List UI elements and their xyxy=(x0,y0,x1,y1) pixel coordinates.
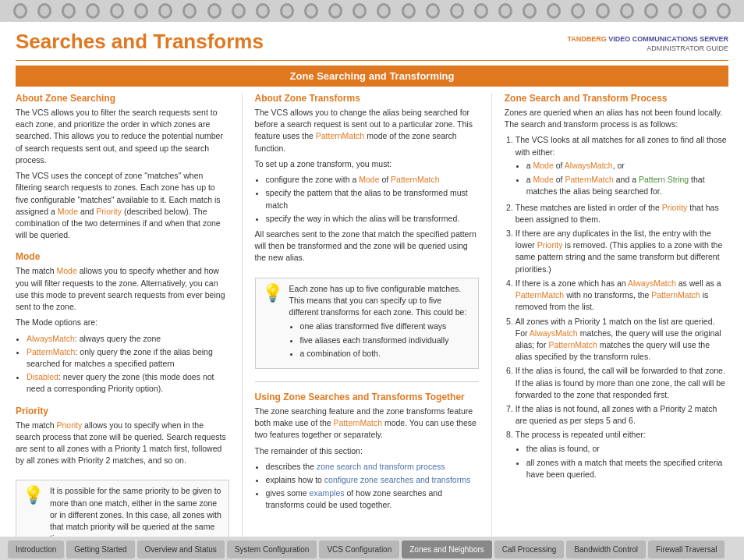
spiral-ring xyxy=(450,3,464,19)
page-header: Searches and Transforms TANDBERG VIDEO C… xyxy=(0,22,744,60)
spiral-ring xyxy=(232,3,246,19)
transforms-p3: All searches sent to the zone that match… xyxy=(255,229,479,264)
spiral-ring xyxy=(644,3,658,19)
zone-searching-p1: The VCS allows you to filter the search … xyxy=(16,107,229,166)
mode-p1: The match Mode allows you to specify whe… xyxy=(16,265,229,313)
spiral-ring xyxy=(182,3,197,19)
process-heading: Zone Search and Transform Process xyxy=(505,93,728,104)
spiral-ring xyxy=(426,3,440,19)
spiral-ring xyxy=(328,3,342,19)
nav-tabs: Introduction Getting Started Overview an… xyxy=(8,541,736,561)
tip-text-2: Each zone has up to five configurable ma… xyxy=(289,283,472,363)
spiral-ring xyxy=(474,3,488,19)
spiral-ring xyxy=(110,3,124,19)
process-intro: Zones are queried when an alias has not … xyxy=(505,107,728,130)
step1-bullets: a Mode of AlwaysMatch, or a Mode of Patt… xyxy=(526,160,728,198)
transforms-setup-list: configure the zone with a Mode of Patter… xyxy=(266,174,479,225)
col-divider-1 xyxy=(242,93,243,537)
tab-firewall-traversal[interactable]: Firewall Traversal xyxy=(648,541,725,558)
spiral-ring xyxy=(547,3,561,19)
spiral-binding xyxy=(0,0,744,22)
step-5: All zones with a Priority 1 match on the… xyxy=(515,316,728,363)
mode-section: Mode The match Mode allows you to specif… xyxy=(16,251,229,399)
spiral-ring xyxy=(717,3,731,19)
spiral-ring xyxy=(158,3,172,19)
bottom-nav: Introduction Getting Started Overview an… xyxy=(0,537,744,560)
using-together-section: Using Zone Searches and Transforms Toget… xyxy=(255,392,479,516)
transforms-p1: The VCS allows you to change the alias b… xyxy=(255,107,479,154)
priority-p1: The match Priority allows you to specify… xyxy=(16,420,229,467)
left-column: About Zone Searching The VCS allows you … xyxy=(16,93,229,537)
spiral-ring xyxy=(13,3,27,19)
mode-item-pattern: PatternMatch: only query the zone if the… xyxy=(27,346,229,370)
page-title: Searches and Transforms xyxy=(16,30,264,54)
mode-p2: The Mode options are: xyxy=(16,317,229,328)
using-together-p2: The remainder of this section: xyxy=(255,445,479,457)
col-divider-2 xyxy=(491,93,492,537)
mode-item-disabled: Disabled: never query the zone (this mod… xyxy=(27,371,229,395)
about-transforms-heading: About Zone Transforms xyxy=(255,93,479,104)
configure-link[interactable]: configure zone searches and transforms xyxy=(324,475,470,484)
mode-heading: Mode xyxy=(16,251,229,262)
step1-bullet-2: a Mode of PatternMatch and a Pattern Str… xyxy=(526,174,728,197)
tip2-list: one alias transformed five different way… xyxy=(300,321,472,360)
transform-item-2: specify the pattern that the alias to be… xyxy=(266,187,479,211)
tab-vcs-config[interactable]: VCS Configuration xyxy=(319,541,399,558)
remainder-list: describes the zone search and transform … xyxy=(266,461,479,512)
header-logo-area: TANDBERG VIDEO COMMUNICATIONS SERVER ADM… xyxy=(567,34,728,54)
tab-call-processing[interactable]: Call Processing xyxy=(494,541,564,558)
spiral-ring xyxy=(596,3,610,19)
spiral-ring xyxy=(86,3,100,19)
mid-divider xyxy=(255,381,479,382)
tip-text-1: It is possible for the same priority to … xyxy=(50,485,222,537)
tab-overview-status[interactable]: Overview and Status xyxy=(137,541,225,558)
tip-box-2: 💡 Each zone has up to five configurable … xyxy=(255,278,479,369)
tip-icon-2: 💡 xyxy=(262,283,283,363)
tab-getting-started[interactable]: Getting Started xyxy=(66,541,134,558)
spiral-ring xyxy=(37,3,51,19)
step8-bullet-1: the alias is found, or xyxy=(526,443,728,455)
about-zone-searching-heading: About Zone Searching xyxy=(16,93,229,104)
spiral-ring xyxy=(377,3,391,19)
step8-bullet-2: all zones with a match that meets the sp… xyxy=(526,457,728,480)
tab-zones-neighbors[interactable]: Zones and Neighbors xyxy=(402,541,492,558)
tip2-item-3: a combination of both. xyxy=(300,348,472,360)
tip2-item-1: one alias transformed five different way… xyxy=(300,321,472,332)
section-banner: Zone Searching and Transforming xyxy=(16,66,728,87)
step-8: The process is repeated until either: th… xyxy=(515,429,728,480)
step-2: These matches are listed in order of the… xyxy=(515,202,728,225)
process-section: Zone Search and Transform Process Zones … xyxy=(505,93,728,484)
tab-introduction[interactable]: Introduction xyxy=(8,541,64,558)
spiral-ring xyxy=(620,3,634,19)
spiral-ring xyxy=(693,3,707,19)
step1-bullet-1: a Mode of AlwaysMatch, or xyxy=(526,160,728,172)
zone-process-link[interactable]: zone search and transform process xyxy=(317,462,445,471)
examples-link[interactable]: examples xyxy=(310,488,345,498)
tip-box-1: 💡 It is possible for the same priority t… xyxy=(16,480,229,537)
tab-system-config[interactable]: System Configuration xyxy=(227,541,317,558)
tab-bandwidth-control[interactable]: Bandwidth Control xyxy=(566,541,646,558)
spiral-ring xyxy=(353,3,367,19)
about-transforms-section: About Zone Transforms The VCS allows you… xyxy=(255,93,479,268)
remainder-item-2: explains how to configure zone searches … xyxy=(266,474,479,486)
product-name: VIDEO COMMUNICATIONS SERVER xyxy=(608,35,728,43)
tip-icon-1: 💡 xyxy=(23,485,44,537)
spiral-ring xyxy=(62,3,76,19)
tip2-item-2: five aliases each transformed individual… xyxy=(300,335,472,346)
remainder-item-1: describes the zone search and transform … xyxy=(266,461,479,473)
step-1: The VCS looks at all matches for all zon… xyxy=(515,134,728,197)
header-divider xyxy=(16,60,728,61)
using-together-p1: The zone searching feature and the zone … xyxy=(255,406,479,441)
mid-column: About Zone Transforms The VCS allows you… xyxy=(255,93,479,537)
step-4: If there is a zone which has an AlwaysMa… xyxy=(515,278,728,314)
step-7: If the alias is not found, all zones wit… xyxy=(515,403,728,427)
spiral-ring xyxy=(280,3,294,19)
step-6: If the alias is found, the call will be … xyxy=(515,365,728,401)
about-zone-searching-section: About Zone Searching The VCS allows you … xyxy=(16,93,229,245)
mode-options-list: AlwaysMatch: always query the zone Patte… xyxy=(27,333,229,395)
step-3: If there are any duplicates in the list,… xyxy=(515,228,728,275)
process-steps: The VCS looks at all matches for all zon… xyxy=(515,134,728,480)
main-page: Searches and Transforms TANDBERG VIDEO C… xyxy=(0,22,744,537)
content-area: About Zone Searching The VCS allows you … xyxy=(0,93,744,537)
spiral-ring xyxy=(668,3,682,19)
